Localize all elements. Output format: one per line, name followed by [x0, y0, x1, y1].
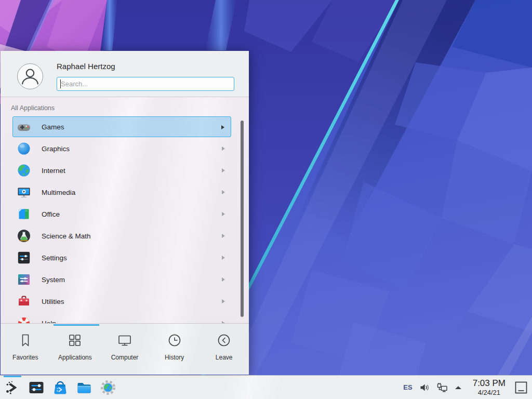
internet-icon	[17, 163, 31, 178]
category-row-multimedia[interactable]: Multimedia	[12, 182, 231, 203]
favorites-icon	[18, 332, 33, 350]
list-scrollbar[interactable]	[241, 121, 244, 317]
category-row-office[interactable]: Office	[12, 204, 231, 224]
search-field-wrap	[57, 77, 234, 91]
tab-computer[interactable]: Computer	[100, 324, 150, 361]
submenu-arrow-icon	[221, 125, 224, 129]
games-icon	[17, 119, 31, 134]
taskbar-discover-button[interactable]	[52, 379, 69, 396]
category-label: Multimedia	[42, 189, 75, 196]
active-task-indicator	[4, 376, 21, 377]
tab-favorites[interactable]: Favorites	[1, 324, 50, 361]
help-icon	[17, 316, 31, 323]
category-label: Utilities	[42, 298, 64, 305]
category-label: Help	[42, 320, 56, 324]
active-tab-indicator	[54, 324, 99, 326]
submenu-arrow-icon	[222, 147, 225, 151]
category-row-internet[interactable]: Internet	[12, 160, 231, 181]
taskbar-file-manager-button[interactable]	[76, 379, 92, 396]
show-desktop-button[interactable]	[514, 381, 528, 394]
taskbar-system-settings-button[interactable]	[28, 379, 45, 396]
leave-icon	[216, 332, 232, 350]
category-label: Internet	[42, 167, 65, 175]
system-icon	[17, 272, 31, 287]
submenu-arrow-icon	[222, 168, 225, 172]
application-launcher-menu: Raphael Hertzog All Applications Games G…	[0, 50, 249, 375]
search-input[interactable]	[57, 77, 234, 91]
submenu-arrow-icon	[222, 299, 225, 303]
office-icon	[17, 207, 31, 221]
settings-icon	[17, 250, 31, 265]
multimedia-icon	[17, 185, 31, 200]
clock-time: 7:03 PM	[473, 379, 506, 388]
tab-label: Leave	[216, 354, 233, 361]
category-row-graphics[interactable]: Graphics	[12, 138, 231, 159]
history-icon	[167, 332, 182, 350]
system-settings-icon	[28, 389, 45, 397]
digital-clock[interactable]: 7:03 PM 4/24/21	[473, 379, 506, 396]
computer-icon	[117, 332, 132, 350]
user-avatar-icon[interactable]	[17, 63, 43, 89]
category-row-system[interactable]: System	[12, 269, 231, 290]
dolphin-icon	[76, 389, 92, 397]
category-label: Settings	[42, 254, 67, 262]
submenu-arrow-icon	[222, 234, 225, 238]
launcher-footer: Favorites Applications Computer History …	[1, 323, 249, 375]
taskbar-application-launcher-button[interactable]	[4, 379, 21, 396]
tab-applications[interactable]: Applications	[50, 324, 100, 361]
category-label: Graphics	[42, 145, 70, 153]
keyboard-layout-indicator[interactable]: ES	[403, 383, 412, 391]
text-caret	[60, 79, 61, 88]
tab-label: Favorites	[12, 354, 38, 361]
kde-launcher-icon	[4, 389, 21, 397]
launcher-header: Raphael Hertzog	[1, 51, 249, 97]
submenu-arrow-icon	[222, 190, 225, 194]
section-header: All Applications	[11, 104, 249, 112]
application-list: All Applications Games Graphics Internet…	[1, 97, 249, 323]
tab-label: Computer	[111, 354, 139, 361]
category-row-settings[interactable]: Settings	[12, 247, 231, 268]
category-row-utilities[interactable]: Utilities	[12, 291, 231, 312]
tab-label: History	[165, 354, 184, 361]
globe-gear-icon	[100, 389, 116, 397]
tab-history[interactable]: History	[150, 324, 200, 361]
system-tray: ES	[403, 379, 528, 396]
category-label: Office	[42, 210, 60, 218]
applications-icon	[67, 332, 83, 350]
science-icon	[17, 229, 31, 243]
tab-leave[interactable]: Leave	[199, 324, 249, 361]
category-row-games[interactable]: Games	[12, 116, 231, 137]
user-name: Raphael Hertzog	[57, 62, 115, 71]
submenu-arrow-icon	[222, 256, 225, 260]
category-label: Science & Math	[42, 232, 91, 240]
category-label: Games	[42, 123, 64, 131]
network-icon[interactable]	[436, 382, 447, 393]
tab-label: Applications	[58, 354, 92, 361]
volume-icon[interactable]	[419, 382, 430, 393]
desktop: Raphael Hertzog All Applications Games G…	[0, 0, 532, 399]
submenu-arrow-icon	[222, 277, 225, 282]
clock-date: 4/24/21	[473, 389, 506, 396]
category-row-help[interactable]: Help	[12, 313, 231, 323]
expand-tray-caret-icon[interactable]	[454, 382, 464, 393]
category-label: System	[42, 276, 65, 284]
discover-icon	[52, 389, 69, 397]
category-row-science-math[interactable]: Science & Math	[12, 225, 231, 246]
taskbar-panel: ES	[0, 375, 532, 399]
taskbar-web-browser-button[interactable]	[100, 379, 116, 396]
submenu-arrow-icon	[222, 212, 225, 216]
utilities-icon	[17, 294, 31, 309]
graphics-icon	[17, 141, 31, 156]
